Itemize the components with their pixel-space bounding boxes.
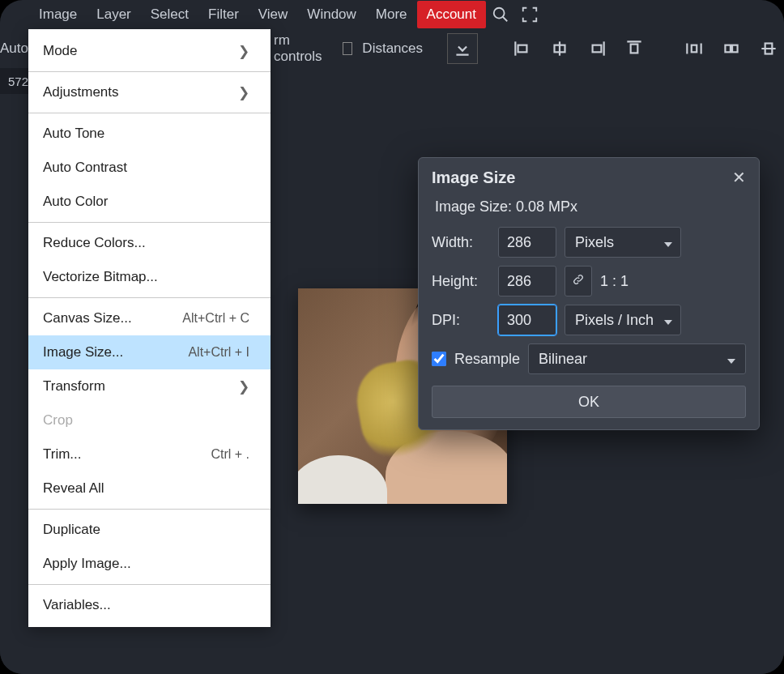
- dpi-unit-select[interactable]: Pixels / Inch: [565, 305, 681, 335]
- transform-controls-label: rm controls: [274, 32, 325, 65]
- menu-separator: [28, 222, 271, 223]
- chevron-right-icon: ❯: [238, 378, 249, 395]
- menu-view[interactable]: View: [249, 2, 298, 28]
- width-unit-select[interactable]: Pixels: [565, 227, 681, 258]
- resample-method-select[interactable]: Bilinear: [528, 343, 746, 374]
- svg-rect-3: [518, 45, 527, 53]
- menu-mode-label: Mode: [43, 43, 78, 59]
- width-input[interactable]: [498, 227, 556, 258]
- menu-apply-image-label: Apply Image...: [43, 556, 131, 572]
- menu-separator: [28, 584, 271, 585]
- menu-auto-contrast-label: Auto Contrast: [43, 160, 127, 176]
- aspect-ratio: 1 : 1: [600, 273, 628, 290]
- menu-trim[interactable]: Trim... Ctrl + .: [28, 437, 271, 471]
- align-left-icon[interactable]: [507, 33, 538, 64]
- chevron-down-icon: [727, 351, 735, 368]
- menu-canvas-size[interactable]: Canvas Size... Alt+Ctrl + C: [28, 301, 271, 335]
- height-row: Height: 1 : 1: [432, 266, 746, 296]
- menu-crop-label: Crop: [43, 412, 73, 429]
- menu-separator: [28, 71, 271, 72]
- menu-variables-label: Variables...: [43, 597, 111, 613]
- height-label: Height:: [432, 273, 490, 290]
- menu-reveal-all[interactable]: Reveal All: [28, 471, 271, 506]
- menu-reduce-colors[interactable]: Reduce Colors...: [28, 226, 271, 260]
- menu-trim-label: Trim...: [43, 446, 82, 463]
- menu-separator: [28, 509, 271, 510]
- menu-image[interactable]: Image: [29, 2, 87, 28]
- menu-more[interactable]: More: [366, 2, 417, 28]
- height-input[interactable]: [498, 266, 556, 296]
- close-icon[interactable]: ✕: [732, 168, 746, 187]
- distribute-h-icon[interactable]: [679, 33, 709, 64]
- menu-apply-image[interactable]: Apply Image...: [28, 547, 271, 581]
- menu-auto-contrast[interactable]: Auto Contrast: [28, 151, 271, 185]
- menu-trim-shortcut: Ctrl + .: [211, 447, 249, 462]
- svg-rect-12: [692, 45, 697, 53]
- menu-transform-label: Transform: [43, 378, 105, 395]
- menu-vectorize-label: Vectorize Bitmap...: [43, 269, 158, 285]
- menu-variables[interactable]: Variables...: [28, 588, 271, 622]
- menu-vectorize-bitmap[interactable]: Vectorize Bitmap...: [28, 260, 271, 294]
- menu-image-size[interactable]: Image Size... Alt+Ctrl + I: [28, 335, 271, 369]
- align-top-icon[interactable]: [619, 33, 650, 64]
- chevron-right-icon: ❯: [238, 43, 249, 60]
- menu-select[interactable]: Select: [141, 2, 198, 28]
- menu-crop: Crop: [28, 403, 271, 437]
- dialog-title: Image Size: [432, 168, 515, 187]
- menu-layer[interactable]: Layer: [87, 2, 141, 28]
- distances-label: Distances: [362, 41, 423, 57]
- dpi-row: DPI: Pixels / Inch: [432, 305, 746, 335]
- resample-checkbox[interactable]: [432, 352, 446, 366]
- resample-row: Resample Bilinear: [432, 343, 746, 374]
- distribute-v-icon[interactable]: [716, 33, 747, 64]
- menu-reveal-all-label: Reveal All: [43, 480, 104, 497]
- menu-window[interactable]: Window: [297, 2, 365, 28]
- dpi-unit-label: Pixels / Inch: [575, 312, 654, 329]
- toolbar-icons: [447, 33, 784, 64]
- svg-rect-14: [732, 45, 738, 53]
- dpi-label: DPI:: [432, 312, 490, 329]
- align-center-h-icon[interactable]: [544, 33, 575, 64]
- menu-auto-color-label: Auto Color: [43, 194, 108, 210]
- svg-line-1: [503, 17, 508, 22]
- resample-label: Resample: [454, 351, 520, 368]
- menu-account[interactable]: Account: [417, 1, 486, 28]
- image-size-info: Image Size: 0.08 MPx: [432, 195, 746, 227]
- download-icon[interactable]: [447, 33, 478, 64]
- menu-adjustments-label: Adjustments: [43, 84, 119, 100]
- link-icon: [572, 273, 585, 290]
- app-window: Image Layer Select Filter View Window Mo…: [0, 0, 784, 674]
- menu-adjustments[interactable]: Adjustments ❯: [28, 75, 271, 109]
- dpi-input[interactable]: [498, 305, 556, 335]
- resample-method-label: Bilinear: [539, 351, 587, 368]
- chevron-right-icon: ❯: [238, 84, 249, 101]
- distribute-3-icon[interactable]: [753, 33, 784, 64]
- width-label: Width:: [432, 234, 490, 251]
- search-icon[interactable]: [486, 0, 515, 29]
- menu-image-size-label: Image Size...: [43, 344, 123, 360]
- fullscreen-icon[interactable]: [515, 0, 544, 29]
- menu-separator: [28, 113, 271, 113]
- menu-mode[interactable]: Mode ❯: [28, 34, 271, 68]
- menu-transform[interactable]: Transform ❯: [28, 369, 271, 403]
- menu-image-size-shortcut: Alt+Ctrl + I: [188, 345, 249, 360]
- aspect-lock-button[interactable]: [565, 266, 592, 296]
- align-right-icon[interactable]: [582, 33, 612, 64]
- distances-checkbox[interactable]: [343, 42, 352, 55]
- menu-canvas-size-shortcut: Alt+Ctrl + C: [182, 311, 249, 326]
- menu-reduce-colors-label: Reduce Colors...: [43, 235, 146, 251]
- menu-auto-tone[interactable]: Auto Tone: [28, 117, 271, 151]
- menubar: Image Layer Select Filter View Window Mo…: [0, 0, 784, 29]
- menu-filter[interactable]: Filter: [198, 2, 249, 28]
- menu-duplicate-label: Duplicate: [43, 522, 100, 538]
- svg-rect-9: [631, 45, 638, 53]
- menu-auto-tone-label: Auto Tone: [43, 126, 104, 142]
- image-menu-dropdown: Mode ❯ Adjustments ❯ Auto Tone Auto Cont…: [28, 29, 271, 627]
- image-size-dialog: Image Size ✕ Image Size: 0.08 MPx Width:…: [418, 157, 760, 430]
- ok-button[interactable]: OK: [432, 386, 746, 418]
- menu-auto-color[interactable]: Auto Color: [28, 185, 271, 219]
- menu-duplicate[interactable]: Duplicate: [28, 513, 271, 547]
- menu-separator: [28, 297, 271, 298]
- svg-rect-13: [725, 45, 731, 53]
- dialog-titlebar[interactable]: Image Size ✕: [419, 158, 759, 195]
